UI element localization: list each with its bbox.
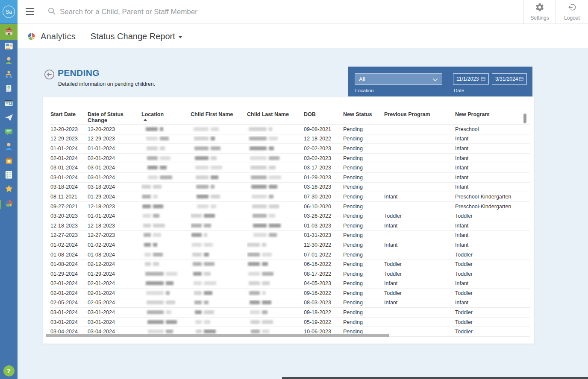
table-row[interactable]: 01-29-202401-29-202408-17-2022PendingTod… xyxy=(50,269,530,279)
global-search xyxy=(47,6,432,18)
table-row[interactable]: 12-27-202312-27-202301-31-2023PendingInf… xyxy=(50,231,530,241)
redacted-cell xyxy=(141,232,191,238)
app-logo-text: Sa xyxy=(3,6,15,18)
sidebar-item-starred[interactable] xyxy=(0,183,18,197)
table-cell: Infant xyxy=(384,223,455,229)
table-row[interactable]: 03-20-202301-01-202403-26-2022PendingTod… xyxy=(50,211,530,221)
table-cell: 12-20-2023 xyxy=(88,126,141,132)
main-content: PENDING Detailed information on pending … xyxy=(18,48,588,379)
table-row[interactable]: 02-01-202402-01-202404-05-2023PendingInf… xyxy=(50,279,530,289)
filter-panel: All Location 11/1/2023 3/31/2024 xyxy=(348,67,532,96)
sidebar-item-billing[interactable]: $ xyxy=(0,83,18,97)
column-header[interactable]: Previous Program xyxy=(384,108,455,124)
sidebar-item-meals[interactable] xyxy=(0,154,18,169)
table-cell: Pending xyxy=(343,290,384,296)
table-cell: Pending xyxy=(343,223,384,229)
table-row[interactable]: 08-11-202101-29-202407-30-2020PendingInf… xyxy=(50,192,530,202)
table-row[interactable]: 02-01-202402-01-202403-02-2023PendingInf… xyxy=(50,154,530,163)
sidebar-item-children[interactable] xyxy=(0,54,18,69)
sidebar-nav: $ xyxy=(0,40,18,214)
sidebar-item-send[interactable] xyxy=(0,111,18,126)
table-cell: 03-01-2024 xyxy=(88,165,141,171)
column-header[interactable]: Start Date xyxy=(50,108,88,124)
logout-button[interactable]: Logout xyxy=(556,0,588,23)
redacted-cell xyxy=(247,126,304,132)
redacted-cell xyxy=(191,223,247,229)
chat-bubble-icon xyxy=(4,128,13,138)
help-button[interactable]: ? xyxy=(0,365,18,376)
column-header[interactable]: New Program xyxy=(455,108,530,124)
redacted-cell xyxy=(141,300,191,306)
table-row[interactable]: 09-27-202112-18-202306-10-2020PendingPre… xyxy=(50,202,530,212)
column-header-label: Start Date xyxy=(50,111,76,117)
table-cell: 12-27-2023 xyxy=(50,232,88,238)
table-row[interactable]: 03-01-202403-01-202401-29-2023PendingInf… xyxy=(50,173,530,183)
table-row[interactable]: 02-01-202402-01-202409-16-2022PendingTod… xyxy=(50,289,530,298)
table-cell: 12-29-2023 xyxy=(50,136,88,142)
column-header[interactable]: Location xyxy=(141,108,191,124)
redacted-cell xyxy=(247,155,304,161)
table-cell: Infant xyxy=(384,242,455,248)
redacted-cell xyxy=(141,213,191,219)
table-cell: 09-18-2022 xyxy=(304,309,343,315)
sidebar-item-messages[interactable] xyxy=(0,125,18,140)
redacted-cell xyxy=(191,252,247,258)
search-input[interactable] xyxy=(60,8,359,16)
sidebar-item-staff[interactable] xyxy=(0,140,18,155)
table-cell: Toddler xyxy=(455,319,530,325)
table-row[interactable]: 12-20-202312-20-202309-08-2021PendingPre… xyxy=(50,125,530,134)
table-cell: 07-01-2022 xyxy=(304,252,343,258)
redacted-cell xyxy=(247,175,304,181)
redacted-cell xyxy=(247,300,304,306)
sidebar-item-checklist[interactable] xyxy=(0,169,18,183)
redacted-cell xyxy=(141,184,191,190)
column-header[interactable]: Child First Name xyxy=(191,108,247,124)
location-select-value: All xyxy=(359,76,365,82)
table-cell: Pending xyxy=(343,252,384,258)
table-row[interactable]: 02-05-202402-05-202408-03-2023PendingInf… xyxy=(50,298,530,308)
table-row[interactable]: 03-01-202403-01-202405-19-2022PendingTod… xyxy=(50,318,530,327)
table-row[interactable]: 12-29-202312-29-202312-18-2022PendingInf… xyxy=(50,134,530,144)
redacted-cell xyxy=(247,204,304,210)
back-button[interactable] xyxy=(44,69,55,80)
redacted-cell xyxy=(191,165,247,171)
sidebar-item-family[interactable] xyxy=(0,68,18,83)
report-selector[interactable]: Status Change Report xyxy=(91,32,182,41)
settings-button[interactable]: Settings xyxy=(523,0,556,23)
table-row[interactable]: 01-08-202402-12-202406-16-2022PendingTod… xyxy=(50,259,530,269)
table-row[interactable]: 03-01-202403-01-202403-17-2023PendingInf… xyxy=(50,163,530,173)
table-row[interactable]: 03-01-202403-01-202409-18-2022PendingTod… xyxy=(50,308,530,318)
table-row[interactable]: 03-18-202403-18-202403-16-2023PendingInf… xyxy=(50,183,530,192)
table-cell: 12-29-2023 xyxy=(88,136,141,142)
column-header[interactable]: DOB xyxy=(304,108,343,124)
table-cell: 01-31-2023 xyxy=(304,232,343,238)
table-cell: Pending xyxy=(343,300,384,306)
menu-icon[interactable] xyxy=(26,8,34,15)
redacted-cell xyxy=(247,194,304,200)
sidebar-item-contacts[interactable] xyxy=(0,97,18,111)
table-cell: 01-29-2023 xyxy=(304,175,343,181)
column-header[interactable]: New Status xyxy=(343,108,384,124)
horizontal-scrollbar[interactable] xyxy=(46,334,389,337)
sidebar-item-analytics[interactable] xyxy=(0,197,18,212)
table-row[interactable]: 01-08-202401-08-202407-01-2022PendingTod… xyxy=(50,250,530,260)
table-cell: Toddler xyxy=(455,252,530,258)
page-title: PENDING xyxy=(58,68,100,78)
date-from-input[interactable]: 11/1/2023 xyxy=(453,73,489,85)
vertical-scrollbar[interactable] xyxy=(523,114,526,123)
table-cell: 09-27-2021 xyxy=(50,204,88,210)
app-logo[interactable]: Sa xyxy=(0,0,18,23)
date-to-input[interactable]: 3/31/2024 xyxy=(492,73,527,85)
column-header[interactable]: Child Last Name xyxy=(247,108,304,124)
location-select[interactable]: All xyxy=(355,73,442,85)
sidebar-item-dashboard[interactable] xyxy=(0,40,18,54)
table-row[interactable]: 01-01-202401-01-202402-02-2023PendingInf… xyxy=(50,144,530,154)
table-cell: 09-16-2022 xyxy=(304,290,343,296)
redacted-cell xyxy=(141,155,191,161)
table-row[interactable]: 01-02-202401-02-202412-30-2022PendingInf… xyxy=(50,240,530,250)
sidebar-item-school[interactable] xyxy=(0,24,18,40)
table-row[interactable]: 12-18-202312-18-202301-03-2023PendingInf… xyxy=(50,221,530,231)
redacted-cell xyxy=(247,213,304,219)
column-header[interactable]: Date of Status Change xyxy=(88,108,141,124)
table-cell: 12-30-2022 xyxy=(304,242,343,248)
